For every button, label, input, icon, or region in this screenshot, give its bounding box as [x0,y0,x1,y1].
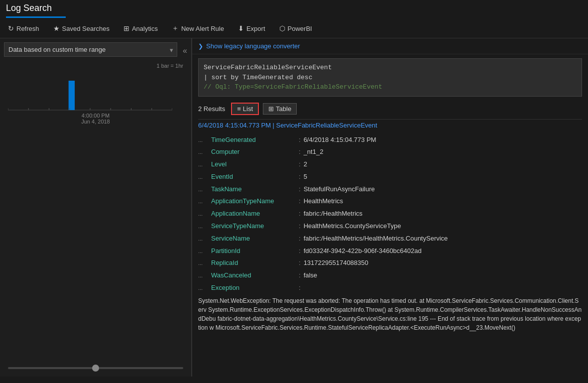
query-line-2: | sort by TimeGenerated desc [204,73,577,83]
field-name: WasCanceled [211,270,296,281]
field-value: 5 [304,172,307,182]
time-range-select[interactable]: Data based on custom time range [4,42,177,57]
list-icon: ≡ [237,105,241,113]
field-value: 6/4/2018 4:15:04.773 PM [304,135,376,145]
field-name: Level [211,159,296,170]
field-colon: : [299,234,301,244]
star-icon: ★ [53,24,60,32]
expand-icon[interactable]: ... [198,259,208,268]
expand-icon[interactable]: ... [198,185,208,194]
field-value: 131722955174088350 [304,258,368,268]
expand-icon[interactable]: ... [198,271,208,280]
field-name: TaskName [211,184,296,195]
field-name: TimeGenerated [211,135,296,145]
title-underline [6,16,66,18]
field-name: Exception [211,283,296,293]
table-row: ... TimeGenerated : 6/4/2018 4:15:04.773… [198,134,582,146]
table-row: ... TaskName : StatefulRunAsyncFailure [198,183,582,196]
query-line-1: ServiceFabricReliableServiceEvent [204,63,577,73]
field-name: ServiceTypeName [211,221,296,232]
expand-icon[interactable]: ... [198,235,208,244]
bar-chart [8,71,172,111]
field-name: PartitionId [211,246,296,256]
field-value: HealthMetrics.CountyServiceType [304,221,401,232]
expand-icon[interactable]: ... [198,197,208,206]
list-view-button[interactable]: ≡ List [231,103,259,115]
field-value: _nt1_2 [304,147,324,157]
field-colon: : [299,184,301,195]
exception-text: System.Net.WebException: The request was… [198,294,582,334]
field-value: false [304,270,317,281]
expand-icon[interactable]: ... [198,284,208,293]
main-layout: Data based on custom time range « 1 bar … [0,38,588,377]
chart-time-label: 4:00:00 PM Jun 4, 2018 [81,113,110,125]
refresh-button[interactable]: ↻ Refresh [6,23,41,33]
field-name: EventId [211,172,296,182]
table-row: ... Computer : _nt1_2 [198,146,582,158]
analytics-button[interactable]: ⊞ Analytics [121,23,160,33]
download-icon: ⬇ [238,24,244,32]
field-colon: : [299,246,301,256]
query-line-3: // Oql: Type=ServiceFabricReliableServic… [204,82,577,92]
time-range-slider[interactable] [8,367,183,369]
field-name: ReplicaId [211,258,296,268]
field-colon: : [299,258,301,268]
results-toolbar: 2 Results ≡ List ⊞ Table [192,101,588,119]
field-colon: : [299,172,301,182]
field-value: fabric:/HealthMetrics/HealthMetrics.Coun… [304,234,448,244]
time-range-select-wrapper: Data based on custom time range [4,42,177,57]
slider-container [4,361,187,373]
chart-legend: 1 bar = 1hr [156,63,187,69]
expand-icon[interactable]: ... [198,160,208,169]
collapse-button[interactable]: « [183,46,187,55]
table-row: ... ServiceName : fabric:/HealthMetrics/… [198,233,582,245]
table-row: ... Level : 2 [198,158,582,171]
field-value: fd03324f-3942-422b-906f-3460bc6402ad [304,246,422,256]
fields-container: ... TimeGenerated : 6/4/2018 4:15:04.773… [198,134,582,294]
chart-container [4,71,187,111]
field-value: StatefulRunAsyncFailure [304,184,375,195]
table-row: ... ServiceTypeName : HealthMetrics.Coun… [198,220,582,233]
result-header: 6/4/2018 4:15:04.773 PM | ServiceFabricR… [198,119,582,131]
table-row: ... WasCanceled : false [198,269,582,282]
header: Log Search ↻ Refresh ★ Saved Searches ⊞ … [0,0,588,38]
results-count: 2 Results [198,105,225,113]
expand-icon[interactable]: ... [198,148,208,157]
table-icon: ⊞ [268,105,274,113]
field-value: fabric:/HealthMetrics [304,209,362,219]
table-row: ... PartitionId : fd03324f-3942-422b-906… [198,245,582,257]
field-name: ServiceName [211,234,296,244]
expand-icon[interactable]: ... [198,173,208,182]
field-name: Computer [211,147,296,157]
table-row: ... ApplicationTypeName : HealthMetrics [198,195,582,208]
left-panel: Data based on custom time range « 1 bar … [0,38,192,377]
right-panel: ❯ Show legacy language converter Service… [192,38,588,377]
export-button[interactable]: ⬇ Export [236,23,267,33]
chevron-right-icon: ❯ [198,43,203,50]
expand-icon[interactable]: ... [198,247,208,256]
field-colon: : [299,283,301,293]
saved-searches-button[interactable]: ★ Saved Searches [51,23,112,33]
field-colon: : [299,196,301,207]
field-value: HealthMetrics [304,196,343,207]
table-row: ... ApplicationName : fabric:/HealthMetr… [198,208,582,220]
field-name: ApplicationName [211,209,296,219]
expand-icon[interactable]: ... [198,210,208,219]
query-box[interactable]: ServiceFabricReliableServiceEvent | sort… [198,58,582,97]
field-colon: : [299,221,301,232]
results-area: 6/4/2018 4:15:04.773 PM | ServiceFabricR… [192,119,588,377]
powerbi-button[interactable]: ⬡ PowerBI [277,23,314,33]
table-row: ... EventId : 5 [198,171,582,183]
field-colon: : [299,159,301,170]
powerbi-icon: ⬡ [279,24,285,32]
field-colon: : [299,209,301,219]
field-name: ApplicationTypeName [211,196,296,207]
legacy-bar[interactable]: ❯ Show legacy language converter [192,38,588,54]
new-alert-button[interactable]: ＋ New Alert Rule [170,23,226,34]
expand-icon[interactable]: ... [198,136,208,145]
chart-area: 1 bar = 1hr [4,61,187,359]
page-title: Log Search [6,3,582,13]
time-range-area: Data based on custom time range « [4,42,187,57]
table-view-button[interactable]: ⊞ Table [263,103,297,115]
expand-icon[interactable]: ... [198,222,208,231]
